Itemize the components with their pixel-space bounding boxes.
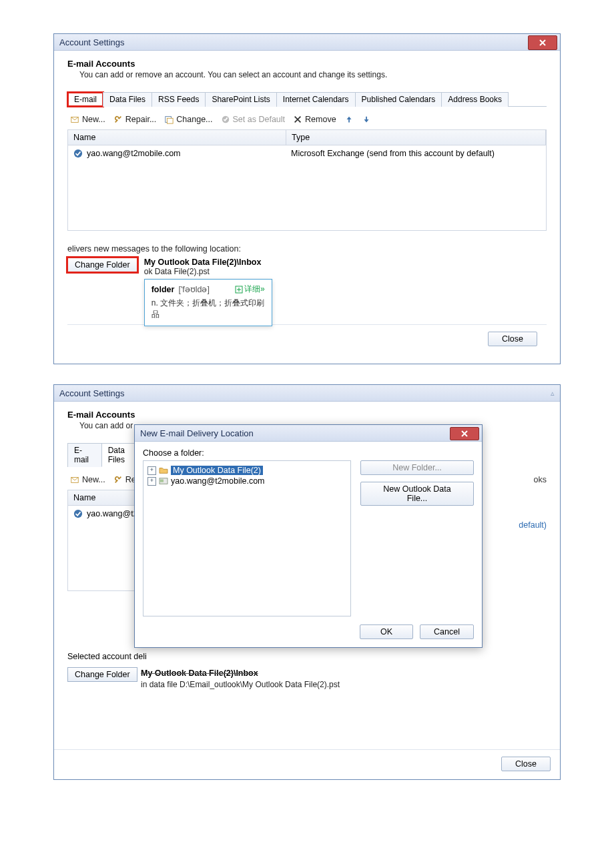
- account-icon: [73, 509, 83, 518]
- repair-button[interactable]: Repair...: [113, 115, 157, 124]
- section-heading: E-mail Accounts: [67, 59, 547, 69]
- tab-data-files[interactable]: Data Files: [103, 92, 152, 107]
- svg-point-7: [74, 510, 82, 518]
- delivery-location-dialog: New E-mail Delivery Location Choose a fo…: [134, 424, 483, 648]
- tree-item-label: My Outlook Data File(2): [171, 466, 263, 475]
- tab-rss-feeds[interactable]: RSS Feeds: [151, 92, 206, 107]
- folder-tree[interactable]: + My Outlook Data File(2) + yao.wang@t2m…: [143, 460, 351, 616]
- account-settings-window-2: Account Settings ▵ E-mail Accounts You c…: [53, 384, 561, 780]
- svg-point-4: [74, 149, 82, 157]
- delivery-block: elivers new messages to the following lo…: [67, 244, 547, 316]
- new-button[interactable]: New...: [70, 475, 105, 484]
- tree-item[interactable]: + My Outlook Data File(2): [147, 465, 346, 476]
- folder-path: My Outlook Data File(2)\Inbox: [141, 669, 258, 678]
- new-icon: [70, 115, 79, 124]
- repair-icon: [113, 475, 123, 484]
- toolbar: New... Repair... Change... Set as Defaul…: [67, 111, 547, 129]
- section-description: You can add or remove an account. You ca…: [79, 70, 547, 79]
- svg-rect-9: [160, 479, 164, 482]
- dialog-title: New E-mail Delivery Location: [140, 428, 254, 438]
- new-data-file-button[interactable]: New Outlook Data File...: [360, 482, 474, 506]
- add-icon: [235, 286, 243, 294]
- change-folder-button[interactable]: Change Folder: [67, 258, 137, 272]
- change-button[interactable]: Change...: [164, 115, 212, 124]
- window-title: Account Settings: [59, 37, 125, 47]
- arrow-up-icon: [344, 115, 354, 124]
- column-header-type[interactable]: Type: [286, 130, 546, 145]
- account-name: yao.wang@t2mobile.com: [87, 149, 181, 158]
- set-default-button: Set as Default: [221, 115, 286, 124]
- dictionary-tooltip: folder ['fəʊldə] 详细» n. 文件夹；折叠机；折叠式印刷品: [144, 279, 272, 326]
- delivery-label: Selected account deli: [67, 652, 147, 661]
- account-icon: [73, 149, 83, 158]
- accounts-table: Name Type yao.wang@t2mobile.com Microsof…: [67, 129, 547, 231]
- folder-icon: [159, 466, 168, 474]
- mailbox-icon: [159, 477, 168, 485]
- truncated-right-oks: oks: [534, 475, 547, 484]
- expand-icon[interactable]: +: [147, 466, 156, 475]
- repair-icon: [113, 115, 123, 124]
- data-file-path: ok Data File(2).pst: [144, 267, 262, 276]
- titlebar: Account Settings ▵: [54, 385, 560, 402]
- section-heading: E-mail Accounts: [67, 410, 547, 420]
- new-button[interactable]: New...: [70, 115, 105, 124]
- tab-sharepoint-lists[interactable]: SharePoint Lists: [205, 92, 276, 107]
- tab-internet-calendars[interactable]: Internet Calendars: [276, 92, 356, 107]
- tabstrip: E-mail Data Files RSS Feeds SharePoint L…: [67, 91, 547, 107]
- new-folder-button: New Folder...: [360, 460, 474, 475]
- tab-email[interactable]: E-mail: [67, 92, 103, 107]
- column-header-name[interactable]: Name: [68, 130, 286, 145]
- close-button[interactable]: Close: [501, 757, 551, 771]
- tab-address-books[interactable]: Address Books: [441, 92, 509, 107]
- remove-button[interactable]: Remove: [293, 115, 336, 124]
- dict-word: folder: [151, 285, 175, 294]
- close-icon[interactable]: [450, 427, 479, 440]
- dict-phonetic: ['fəʊldə]: [178, 284, 210, 294]
- delivery-label: elivers new messages to the following lo…: [67, 244, 547, 254]
- tab-published-calendars[interactable]: Published Calendars: [355, 92, 442, 107]
- cancel-button[interactable]: Cancel: [420, 624, 474, 639]
- ok-button[interactable]: OK: [360, 624, 413, 639]
- tree-item-label: yao.wang@t2mobile.com: [171, 476, 265, 486]
- remove-icon: [293, 115, 302, 124]
- move-down-button[interactable]: [362, 115, 371, 124]
- svg-rect-2: [168, 118, 174, 123]
- tree-item[interactable]: + yao.wang@t2mobile.com: [147, 476, 346, 486]
- account-type: Microsoft Exchange (send from this accou…: [286, 147, 546, 159]
- table-row[interactable]: yao.wang@t2mobile.com Microsoft Exchange…: [68, 145, 546, 161]
- new-icon: [70, 475, 79, 484]
- account-settings-window-1: Account Settings E-mail Accounts You can…: [53, 33, 561, 364]
- folder-path: My Outlook Data File(2)\Inbox: [144, 258, 262, 267]
- dialog-titlebar: New E-mail Delivery Location: [135, 425, 482, 442]
- move-up-button[interactable]: [344, 115, 354, 124]
- data-file-path: in data file D:\Email_outlook\My Outlook…: [141, 680, 340, 689]
- close-icon[interactable]: [528, 35, 557, 50]
- tab-email[interactable]: E-mail: [67, 443, 102, 467]
- dict-definition: n. 文件夹；折叠机；折叠式印刷品: [151, 298, 265, 320]
- change-icon: [164, 115, 174, 124]
- titlebar: Account Settings: [54, 34, 560, 51]
- dialog-label: Choose a folder:: [143, 448, 474, 458]
- change-folder-button[interactable]: Change Folder: [67, 667, 137, 682]
- close-button[interactable]: Close: [488, 332, 537, 346]
- check-icon: [221, 115, 230, 124]
- dict-details-link[interactable]: 详细»: [235, 284, 265, 295]
- collapse-icon[interactable]: ▵: [551, 389, 555, 398]
- expand-icon[interactable]: +: [147, 477, 156, 486]
- truncated-right-default: default): [519, 520, 547, 530]
- window-title: Account Settings: [59, 388, 125, 398]
- arrow-down-icon: [362, 115, 371, 124]
